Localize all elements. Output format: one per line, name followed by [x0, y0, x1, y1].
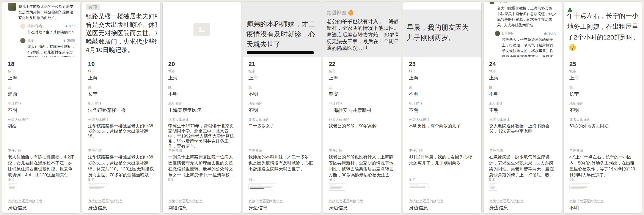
field-label-deceased: 死者大体描述 — [248, 118, 315, 122]
like-count: 3506 — [62, 38, 75, 43]
field-label-address: 地址描述 — [168, 101, 235, 106]
thumbnail-text-line — [571, 186, 588, 186]
field-label-image: 图片 — [409, 178, 476, 182]
field-value-address: 不明 — [8, 107, 74, 113]
field-label-info-type: 直接信息还是间接信息 — [409, 199, 476, 203]
thumbnail-black-bar — [250, 188, 264, 189]
poster-username-text: 鼠甜橙酱 — [326, 10, 346, 16]
field-value-info-type: 网络信息 — [168, 205, 235, 211]
wechat-thread-screenshot: ETHAN交大电院退休教授，上海书协会员，书法家吴中南老师在急诊病逝，缺少氧气等… — [484, 2, 562, 57]
orange-emoji-icon — [348, 10, 353, 16]
thumbnail-text-line — [330, 188, 340, 189]
thumbnail-text-line — [490, 188, 494, 189]
field-deceased: 死者大体描述 法华镇路某楼一楼独居老夫妇中88岁的丈夫，曾经是交大出版社翻译。 — [88, 118, 155, 148]
field-label-deceased: 死者大体描述 — [489, 118, 556, 122]
field-value-city: 上海 — [409, 75, 476, 81]
field-label-image: 图片 — [489, 178, 556, 182]
indent-spacer — [490, 6, 495, 28]
field-deceased: 死者大体描述 50岁的外地务工阿姨 — [570, 118, 636, 148]
like-count-value: 1008 — [548, 31, 556, 36]
card-cover-image: 午十点左右，长宁的一小地务工阿姨，在出租屋里了2个小时的120赶到时, — [564, 2, 642, 57]
pinned-badge: 置顶 — [86, 4, 100, 10]
field-label-address: 地址描述 — [570, 101, 636, 106]
gallery-card[interactable]: 我几十年前就认识的一位胡姓朋友也是因为封控、核酸检测等原因没有得到及时救治而死亡… — [2, 2, 80, 213]
card-number: 21 — [248, 60, 315, 68]
field-label-address: 地址描述 — [329, 101, 396, 106]
gallery-card[interactable]: ETHAN交大电院退休教授，上海书协会员，书法家吴中南老师在急诊病逝，缺少氧气等… — [484, 2, 562, 213]
post-text-line: 老公的爷爷也没有计入，上海静 — [326, 18, 398, 25]
field-address: 地址描述 上海静安去共康新村 — [329, 101, 396, 118]
field-image: 图片 — [8, 178, 74, 199]
card-cover-image: 我几十年前就认识的一位胡姓朋友也是因为封控、核酸检测等原因没有得到及时救治而死亡… — [2, 2, 80, 57]
field-address: 地址描述 法华镇路某楼一楼 — [88, 101, 155, 118]
field-label-district: 区 — [168, 85, 235, 90]
gallery-card[interactable]: 20 城市 上海 区 不明 地址描述 上海某康复医院 死者大体描述 李昶生于19… — [162, 2, 241, 213]
thumbnail-text-line — [571, 188, 584, 189]
field-label-event: 事件介绍 — [489, 148, 556, 153]
thumbnail-text-line — [490, 184, 493, 185]
thumbnail-text-line — [410, 187, 425, 188]
reply-header: ETHAN1008 — [495, 31, 556, 36]
field-label-deceased: 死者大体描述 — [168, 118, 235, 122]
avatar — [8, 3, 16, 11]
card-number: 19 — [88, 60, 155, 68]
field-deceased: 死者大体描述 交大电院退休教授，上海书协会员，书法家吴中南老师 — [489, 118, 556, 148]
field-value-event: 4月12日早晨，我的朋友因为心梗永远离开了，儿子刚刚两岁。 — [409, 154, 476, 166]
field-label-image: 图片 — [88, 178, 155, 182]
field-label-city: 城市 — [248, 69, 315, 73]
field-value-deceased: 胡姓 — [8, 123, 74, 129]
field-value-address: 上海某康复医院 — [168, 107, 235, 113]
like-count-value: 977 — [69, 23, 75, 29]
like-count-value: 3506 — [67, 38, 75, 43]
field-address: 地址描述 不明 — [489, 101, 556, 118]
card-number: 23 — [409, 60, 476, 68]
post-text-line: 儿子刚刚两岁。 — [407, 33, 478, 43]
thumbnail-text-line — [9, 190, 15, 190]
field-district: 区 不明 — [168, 85, 235, 101]
card-cover-image: 鼠甜橙酱老公的爷爷也没有计入，上海静新村，全家阴的情况下他阳性。离酒店后差点转去… — [323, 2, 401, 57]
field-label-city: 城市 — [409, 69, 476, 73]
gallery-card[interactable]: 师弟的本科师妹，才二疫情没有及时就诊，心天就去世了 21 城市 上海 区 不明 … — [243, 2, 321, 213]
field-image: 图片 — [88, 178, 155, 199]
gallery-card[interactable]: 午十点左右，长宁的一小地务工阿姨，在出租屋里了2个小时的120赶到时, 25 城… — [564, 2, 642, 213]
post-text-line: 梗无法去三甲，最后在上个周日 — [326, 38, 398, 45]
gallery-card[interactable]: 早晨，我的朋友因为儿子刚刚两岁。 23 城市 上海 区 不明 地址描述 不明 死… — [403, 2, 482, 213]
mini-screenshot-thumbnail — [489, 183, 497, 191]
field-address: 地址描述 不明 — [409, 101, 476, 118]
field-value-event: 法华镇路某楼一楼独居老夫妇中88岁的丈夫，曾经是交大出版社翻译。休克后110、1… — [88, 154, 155, 178]
reply-author-name: 敏宴 — [28, 38, 34, 43]
comment-replies: 柿油(作者)977什么时候？生了其他疾病吗？敏宴3506老人住浦西，有陈旧性脑梗… — [20, 23, 75, 57]
post-text-line: 午十点左右，长宁的一小 — [567, 10, 638, 21]
card-cover-image: 置顶镇路某楼一楼独居老夫妇中曾是交大出版社翻译。休克送医无对接医院而去世。70晚… — [82, 2, 160, 57]
social-post-screenshot: 午十点左右，长宁的一小地务工阿姨，在出租屋里了2个小时的120赶到时, — [564, 2, 642, 57]
gallery-card[interactable]: 置顶镇路某楼一楼独居老夫妇中曾是交大出版社翻译。休克送医无对接医院而去世。70晚… — [82, 2, 160, 213]
field-city: 城市 上海 — [570, 69, 636, 85]
field-label-image: 图片 — [329, 178, 396, 182]
field-image: 图片 — [329, 178, 396, 199]
post-text-line: 新村，全家阴的情况下他阳性。 — [326, 25, 398, 31]
field-value-info-type: 身边信息 — [8, 205, 74, 211]
social-post-screenshot: 置顶镇路某楼一楼独居老夫妇中曾是交大出版社翻译。休克送医无对接医院而去世。70晚… — [82, 2, 160, 57]
crying-face-emoji-icon — [569, 44, 638, 52]
gallery-card[interactable]: 鼠甜橙酱老公的爷爷也没有计入，上海静新村，全家阴的情况下他阳性。离酒店后差点转去… — [323, 2, 401, 213]
mini-screenshot-thumbnail — [88, 183, 108, 190]
field-value-address: 上海静安去共康新村 — [329, 107, 396, 113]
card-cover-image: 师弟的本科师妹，才二疫情没有及时就诊，心天就去世了 — [243, 2, 321, 57]
field-label-info-type: 直接信息还是间接信息 — [88, 199, 155, 203]
field-label-image: 图片 — [168, 178, 235, 182]
field-value-deceased: 50岁的外地务工阿姨 — [570, 123, 636, 129]
thumbnail-text-line — [571, 187, 587, 188]
thumb-up-like-icon — [65, 24, 68, 28]
main-comment: 我几十年前就认识的一位胡姓朋友也是因为封控、核酸检测等原因没有得到及时救治而死亡… — [8, 4, 75, 21]
field-label-district: 区 — [248, 85, 315, 90]
card-number: 25 — [570, 60, 636, 68]
poster-username: 鼠甜橙酱 — [326, 10, 398, 16]
card-body: 21 城市 上海 区 不明 地址描述 不明 死者大体描述 二十多岁女子 事件介绍… — [243, 57, 321, 213]
field-district: 区 不明 — [248, 85, 315, 101]
field-address: 地址描述 上海某康复医院 — [168, 101, 235, 118]
field-value-address: 不明 — [409, 107, 476, 113]
field-label-event: 事件介绍 — [570, 148, 636, 153]
field-label-city: 城市 — [489, 69, 556, 73]
social-post-screenshot: 鼠甜橙酱老公的爷爷也没有计入，上海静新村，全家阴的情况下他阳性。离酒店后差点转去… — [323, 2, 401, 57]
post-text-line: 师弟的本科师妹，才二 — [246, 19, 318, 29]
